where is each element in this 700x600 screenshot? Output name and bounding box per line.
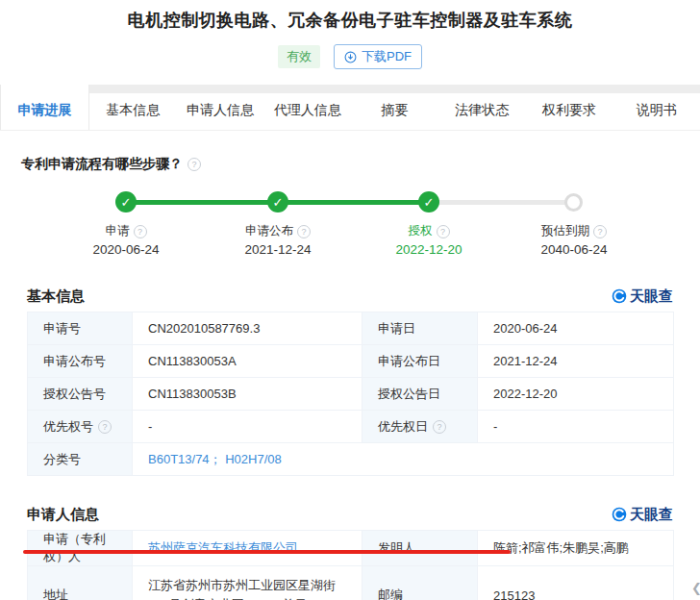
download-pdf-button[interactable]: 下载PDF: [334, 44, 422, 69]
field-value: -: [133, 411, 362, 443]
field-label: 申请公布日: [362, 345, 478, 378]
timeline-step-label: 授权 ?: [352, 223, 506, 239]
field-label: 邮编: [362, 566, 478, 600]
tianyancha-eye-icon: [612, 507, 627, 522]
check-icon: ✓: [115, 191, 137, 212]
table-row: 优先权号 ? - 优先权日 ? -: [28, 411, 674, 443]
brand-logo: 天眼查: [612, 288, 673, 306]
field-label: 授权公告号: [28, 378, 133, 411]
field-value: 2021-12-24: [478, 345, 674, 378]
red-annotation-underline: [23, 550, 511, 554]
tabs: 申请进展 基本信息 申请人信息 代理人信息 摘要 法律状态 权利要求 说明书: [0, 85, 700, 131]
applicant-info-table: 申请（专利权）人 苏州萨克汽车科技有限公司 发明人 陈箭;祁富伟;朱鹏昊;高鹏 …: [27, 530, 674, 600]
title-actions: 有效 下载PDF: [0, 44, 700, 69]
timeline-step-date: 2020-06-24: [49, 242, 203, 257]
flow-heading: 专利申请流程有哪些步骤？ ?: [21, 156, 673, 173]
timeline-step-label: 预估到期 ?: [497, 223, 651, 239]
status-badge: 有效: [278, 45, 320, 68]
table-row: 分类号 B60T13/74； H02H7/08: [28, 443, 674, 476]
step-label-text: 预估到期: [541, 223, 589, 239]
table-row: 授权公告号 CN113830053B 授权公告日 2022-12-20: [28, 378, 674, 411]
help-icon[interactable]: ?: [297, 225, 311, 238]
step-label-text: 申请: [106, 223, 130, 239]
field-value: CN113830053A: [133, 345, 362, 378]
applicant-info-header: 申请人信息 天眼查: [27, 505, 673, 524]
download-icon: [344, 51, 357, 63]
tab-claims[interactable]: 权利要求: [526, 85, 613, 130]
basic-info-header: 基本信息 天眼查: [27, 287, 673, 306]
help-icon[interactable]: ?: [593, 225, 607, 238]
field-value: 苏州萨克汽车科技有限公司: [133, 531, 362, 566]
timeline-step-label: 申请 ?: [49, 223, 203, 239]
tab-abstract[interactable]: 摘要: [351, 85, 438, 130]
patent-timeline: ✓ ✓ ✓ 申请 ? 申请公布 ? 授权 ? 预估到期 ? 2020-06-24…: [21, 181, 673, 277]
patent-detail-page: 电机控制切换电路、冗余备份电子驻车控制器及驻车系统 有效 下载PDF 申请进展 …: [0, 0, 700, 600]
table-row: 申请号 CN202010587769.3 申请日 2020-06-24: [28, 312, 674, 345]
field-value: 2022-12-20: [478, 378, 674, 411]
download-pdf-label: 下载PDF: [362, 48, 412, 65]
tab-agent-info[interactable]: 代理人信息: [263, 85, 351, 130]
check-icon: ✓: [267, 191, 288, 212]
help-icon[interactable]: ?: [433, 420, 446, 434]
tab-application-progress[interactable]: 申请进展: [0, 85, 89, 130]
brand-logo: 天眼查: [612, 506, 673, 524]
tab-legal-status[interactable]: 法律状态: [438, 85, 526, 130]
flow-heading-text: 专利申请流程有哪些步骤？: [21, 156, 183, 173]
field-value: -: [478, 411, 674, 443]
address-value: 江苏省苏州市苏州工业园区星湖街328号创意产业园11-304单元: [133, 566, 362, 600]
timeline-track-pending: [429, 200, 574, 205]
table-row: 申请公布号 CN113830053A 申请公布日 2021-12-24: [28, 345, 674, 378]
field-label: 地址: [28, 566, 133, 600]
classification-codes-link[interactable]: B60T13/74； H02H7/08: [148, 452, 282, 466]
inventors-value: 陈箭;祁富伟;朱鹏昊;高鹏: [478, 531, 674, 566]
field-label: 优先权号 ?: [28, 411, 133, 443]
brand-name: 天眼查: [630, 288, 673, 306]
classification-cell: B60T13/74； H02H7/08: [133, 443, 674, 476]
timeline-step-date: 2022-12-20: [352, 242, 506, 257]
help-icon[interactable]: ?: [98, 420, 112, 434]
postcode-value: 215123: [478, 566, 674, 600]
timeline-step-date: 2040-06-24: [497, 242, 651, 257]
brand-name: 天眼查: [630, 506, 673, 524]
step-label-text: 申请公布: [245, 223, 293, 239]
field-label: 授权公告日: [362, 378, 478, 411]
field-label: 分类号: [28, 443, 133, 476]
field-value: CN113830053B: [133, 378, 362, 411]
timeline-step-date: 2021-12-24: [201, 242, 355, 257]
applicant-info-title: 申请人信息: [27, 506, 99, 524]
tab-applicant-info[interactable]: 申请人信息: [177, 85, 264, 130]
field-label: 优先权日 ?: [362, 411, 478, 443]
table-row: 申请（专利权）人 苏州萨克汽车科技有限公司 发明人 陈箭;祁富伟;朱鹏昊;高鹏: [28, 531, 674, 566]
help-icon[interactable]: ?: [188, 158, 201, 171]
field-label: 申请（专利权）人: [28, 531, 133, 566]
field-label: 申请公布号: [28, 345, 133, 378]
field-label: 申请日: [362, 312, 478, 345]
check-icon: ✓: [418, 191, 439, 212]
tab-bar: 申请进展 基本信息 申请人信息 代理人信息 摘要 法律状态 权利要求 说明书: [0, 85, 700, 131]
chevron-left-icon[interactable]: ❮: [691, 581, 700, 595]
field-label: 发明人: [362, 531, 478, 566]
tianyancha-eye-icon: [612, 288, 627, 304]
field-label-text: 优先权号: [43, 418, 93, 436]
field-value: 2020-06-24: [478, 312, 674, 345]
page-title: 电机控制切换电路、冗余备份电子驻车控制器及驻车系统: [0, 0, 700, 33]
help-icon[interactable]: ?: [437, 225, 450, 238]
field-value: CN202010587769.3: [133, 312, 362, 345]
field-label: 申请号: [28, 312, 133, 345]
tab-basic-info[interactable]: 基本信息: [89, 85, 177, 130]
field-label-text: 优先权日: [378, 418, 428, 436]
help-icon[interactable]: ?: [134, 225, 147, 238]
application-flow-section: 专利申请流程有哪些步骤？ ? ✓ ✓ ✓ 申请 ? 申请公布 ? 授权 ?: [21, 156, 673, 277]
timeline-step-label: 申请公布 ?: [201, 223, 355, 239]
basic-info-title: 基本信息: [27, 288, 85, 306]
tab-description[interactable]: 说明书: [612, 85, 700, 130]
basic-info-table: 申请号 CN202010587769.3 申请日 2020-06-24 申请公布…: [27, 312, 674, 476]
table-row: 地址 江苏省苏州市苏州工业园区星湖街328号创意产业园11-304单元 邮编 2…: [28, 566, 674, 600]
step-label-text: 授权: [409, 223, 433, 239]
pending-node-icon: [564, 193, 583, 212]
